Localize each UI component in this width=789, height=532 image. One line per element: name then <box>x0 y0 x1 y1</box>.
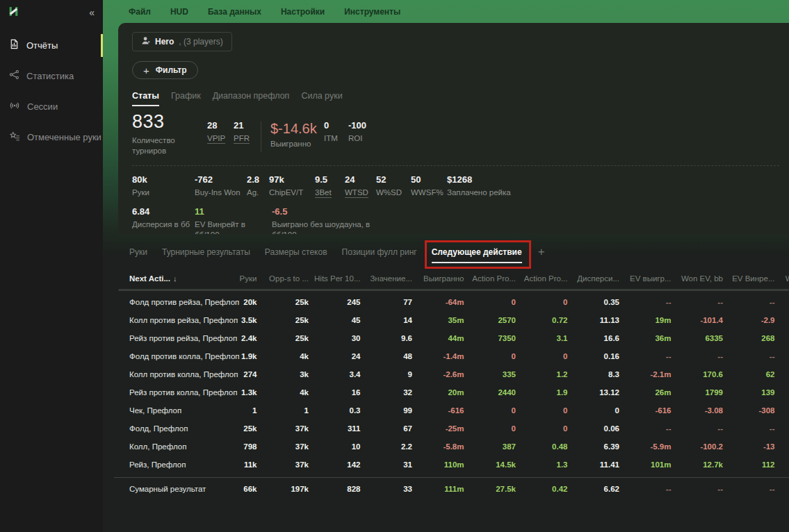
report-tab[interactable]: Позиции фулл ринг <box>342 247 417 257</box>
stat-value: 2.8 <box>247 175 269 185</box>
table-cell: 170.6 <box>673 370 725 379</box>
table-cell: -616 <box>621 406 673 415</box>
table-cell: 20k <box>206 298 259 306</box>
column-header[interactable]: Дисперси... <box>569 274 621 283</box>
column-header[interactable]: Next Acti...↓ <box>129 274 206 283</box>
stat-label: Выиграно без шоудауна, в бб/100 <box>272 219 390 234</box>
column-header[interactable]: Руки <box>206 274 259 283</box>
table-cell: 0 <box>517 406 569 415</box>
table-cell: 24 <box>310 352 362 360</box>
table-cell: 0 <box>466 352 518 360</box>
filter-button[interactable]: + Фильтр <box>132 61 198 79</box>
stats-vertical-divider <box>261 122 261 152</box>
view-tab[interactable]: Сила руки <box>301 91 342 106</box>
column-header[interactable]: Выигранно <box>414 274 466 283</box>
sidebar-collapse-button[interactable]: « <box>89 7 94 18</box>
table-row[interactable]: Фолд против рейза, Префлоп20k25k24577-64… <box>129 293 789 311</box>
report-tab[interactable]: Следующее действие <box>432 247 522 257</box>
menu-item-настройки[interactable]: Настройки <box>281 7 325 17</box>
column-header[interactable]: Action Pro... <box>517 274 569 283</box>
table-row[interactable]: Фолд против колла, Префлоп1.9k4k2448-1.4… <box>129 347 789 365</box>
column-header[interactable]: EV выигр... <box>621 274 673 283</box>
column-header[interactable]: Action Pro... <box>466 274 518 283</box>
stat-value: $-14.6k <box>270 121 324 136</box>
table-header-row: Next Acti...↓РукиOpp-s to ...Hits Per 10… <box>129 274 789 283</box>
table-cell: 36m <box>621 334 673 342</box>
table-cell: 2.2 <box>362 442 414 451</box>
stat-value: -100 <box>348 121 390 131</box>
table-row[interactable]: Рейз, Префлоп11k37k14231110m14.5k1.311.4… <box>129 456 789 474</box>
table-cell: 0.3 <box>310 406 362 415</box>
table-cell: 16 <box>310 388 362 397</box>
table-cell: 11.13 <box>569 316 621 324</box>
column-header[interactable]: Opp-s to ... <box>259 274 311 283</box>
stat-label: Количество турниров <box>132 135 207 156</box>
table-row[interactable]: Колл против рейза, Префлоп3.5k25k451435m… <box>129 311 789 329</box>
app-logo-icon <box>8 6 19 20</box>
stat-item: 50WWSF% <box>411 175 447 198</box>
table-row[interactable]: Рейз против рейза, Префлоп2.4k25k309.644… <box>129 329 789 347</box>
table-cell: 20m <box>414 388 466 397</box>
table-row[interactable]: Фолд, Префлоп25k37k31167-25m000.06------ <box>129 419 789 438</box>
table-row[interactable]: Рейз против колла, Префлоп1.3k4k163220m2… <box>129 383 789 401</box>
table-cell: 99 <box>362 406 414 415</box>
stat-label[interactable]: 3Bet <box>315 188 345 198</box>
table-cell: 62 <box>724 370 776 379</box>
table-row[interactable]: Чек, Префлоп110.399-616000-616-3.08-308 <box>129 401 789 419</box>
menu-item-инструменты[interactable]: Инструменты <box>344 7 400 17</box>
player-chip[interactable]: Hero , (3 players) <box>132 32 232 51</box>
table-cell: -13 <box>724 442 776 451</box>
table-horizontal-scrollbar[interactable] <box>118 289 789 291</box>
report-table-section: РукиТурнирные результатыРазмеры стековПо… <box>103 234 789 500</box>
table-cell: -5.9m <box>621 442 673 451</box>
report-tab[interactable]: Размеры стеков <box>265 247 327 257</box>
column-header[interactable]: Значение... <box>362 274 414 283</box>
column-header[interactable]: EV Винре... <box>724 274 776 283</box>
table-row[interactable]: Сумарный результат66k197k82833111m27.5k0… <box>129 478 789 500</box>
table-cell: -- <box>621 485 673 493</box>
add-report-tab-button[interactable]: + <box>538 245 545 259</box>
row-label: Рейз против рейза, Префлоп <box>129 334 206 342</box>
stat-label: Дисперсия в бб <box>132 219 195 230</box>
stat-label: Заплачено рейка <box>447 188 537 198</box>
stat-label[interactable]: VPIP <box>207 133 234 144</box>
sidebar-item-label: Сессии <box>27 101 58 112</box>
stats-row-3: 6.84Дисперсия в бб11EV Винрейт в бб/100-… <box>132 207 779 234</box>
menu-item-база-данных[interactable]: База данных <box>208 7 261 17</box>
table-cell: 45 <box>310 316 362 324</box>
table-cell: 31 <box>362 460 414 469</box>
report-tab[interactable]: Руки <box>129 247 147 257</box>
sidebar-item-reports[interactable]: Отчёты <box>0 30 103 60</box>
sidebar-item-statistics[interactable]: Статистика <box>0 60 103 91</box>
table-cell: -- <box>724 424 776 433</box>
table-row[interactable]: Колл против колла, Префлоп2743k3.49-2.6m… <box>129 365 789 383</box>
view-tab[interactable]: Диапазон префлоп <box>213 91 290 106</box>
stat-item: 80kРуки <box>132 175 195 198</box>
table-cell: 110m <box>414 460 466 469</box>
sidebar-item-marked-hands[interactable]: Отмеченные руки <box>0 122 103 152</box>
column-header[interactable]: Hits Per 10... <box>310 274 362 283</box>
table-row[interactable]: Колл, Префлоп79837k102.2-5.8m3870.486.39… <box>129 438 789 456</box>
table-cell: 245 <box>310 298 362 306</box>
menu-item-hud[interactable]: HUD <box>170 7 188 17</box>
table-cell: 0.16 <box>569 352 621 360</box>
stat-item: 2.8Ag. <box>247 175 269 198</box>
table-cell: -64m <box>414 298 466 306</box>
stat-label[interactable]: WTSD <box>345 188 376 198</box>
column-header[interactable]: Won EV, bb <box>673 274 725 283</box>
stat-label: Ag. <box>247 188 269 198</box>
menu-item-файл[interactable]: Файл <box>129 7 151 17</box>
sidebar-item-sessions[interactable]: Сессии <box>0 91 103 122</box>
stat-label[interactable]: PFR <box>234 133 257 144</box>
row-label: Фолд, Префлоп <box>129 424 206 433</box>
view-tab[interactable]: График <box>171 91 201 106</box>
stat-item: 97kChipEV/T <box>269 175 315 198</box>
view-tab[interactable]: Статы <box>132 91 159 106</box>
column-header[interactable]: W <box>776 274 789 283</box>
report-tab[interactable]: Турнирные результаты <box>162 247 250 257</box>
stat-item: 833Количество турниров <box>132 112 207 156</box>
report-tabs: РукиТурнирные результатыРазмеры стековПо… <box>129 245 789 259</box>
stat-item: -6.5Выиграно без шоудауна, в бб/100 <box>272 207 390 234</box>
stat-item: 24WTSD <box>345 175 376 198</box>
sidebar-item-label: Статистика <box>26 71 74 81</box>
